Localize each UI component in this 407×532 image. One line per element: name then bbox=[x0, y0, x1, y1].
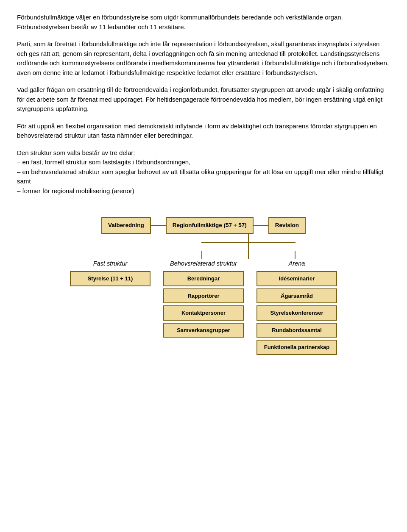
paragraph-3: Vad gäller frågan om ersättning till de … bbox=[17, 85, 390, 114]
box-styrelsekonferenser: Styrelsekonferenser bbox=[256, 305, 337, 321]
box-funktionella-partnerskap: Funktionella partnerskap bbox=[256, 340, 337, 355]
col3-header: Arena bbox=[289, 259, 305, 269]
v-line-main bbox=[248, 234, 249, 242]
box-samverkansgrupper: Samverkansgrupper bbox=[163, 323, 244, 338]
paragraph-2: Parti, som är företrätt i förbundsfullmä… bbox=[17, 39, 390, 78]
col1-header: Fast struktur bbox=[93, 259, 128, 269]
h-span-row bbox=[21, 242, 386, 251]
col-arena: Arena Idéseminarier Ägarsamråd Styrelsek… bbox=[254, 259, 339, 357]
box-revision: Revision bbox=[268, 217, 306, 234]
v-drop-left bbox=[201, 251, 202, 259]
box-regionfullmaktige: Regionfullmäktige (57 + 57) bbox=[166, 217, 254, 234]
v-connector-top bbox=[21, 234, 386, 242]
diagram-area: Valberedning Regionfullmäktige (57 + 57)… bbox=[17, 208, 390, 366]
col-fast-struktur: Fast struktur Styrelse (11 + 11) bbox=[68, 259, 153, 288]
box-beredningar: Beredningar bbox=[163, 271, 244, 286]
v-drop-right bbox=[295, 251, 295, 259]
connector-h-right bbox=[254, 225, 268, 226]
top-row: Valberedning Regionfullmäktige (57 + 57)… bbox=[101, 217, 306, 234]
box-valberedning: Valberedning bbox=[101, 217, 151, 234]
box-rapportorer: Rapportörer bbox=[163, 288, 244, 304]
box-kontaktpersoner: Kontaktpersoner bbox=[163, 305, 244, 321]
col-behovsrelaterad: Behovsrelaterad struktur Beredningar Rap… bbox=[161, 259, 246, 340]
paragraph-1: Förbundsfullmäktige väljer en förbundsst… bbox=[17, 13, 390, 32]
box-agarsamrad: Ägarsamråd bbox=[256, 288, 337, 304]
box-rundabordssamtal: Rundabordssamtal bbox=[256, 323, 337, 338]
org-chart: Valberedning Regionfullmäktige (57 + 57)… bbox=[21, 217, 386, 357]
connector-h-left bbox=[151, 225, 166, 226]
h-arm-right bbox=[249, 242, 295, 243]
h-arm-left bbox=[201, 242, 248, 243]
box-ideseminarier: Idéseminarier bbox=[256, 271, 337, 286]
sub-columns: Fast struktur Styrelse (11 + 11) Behovsr… bbox=[68, 259, 339, 357]
col-drop-lines bbox=[21, 251, 386, 259]
col2-header: Behovsrelaterad struktur bbox=[170, 259, 237, 269]
box-styrelse: Styrelse (11 + 11) bbox=[70, 271, 151, 286]
v-line-center bbox=[248, 242, 249, 251]
paragraph-5: Den struktur som valts består av tre del… bbox=[17, 148, 390, 196]
paragraph-4: För att uppnå en flexibel organisation m… bbox=[17, 122, 390, 141]
content-area: Förbundsfullmäktige väljer en förbundsst… bbox=[17, 13, 390, 196]
